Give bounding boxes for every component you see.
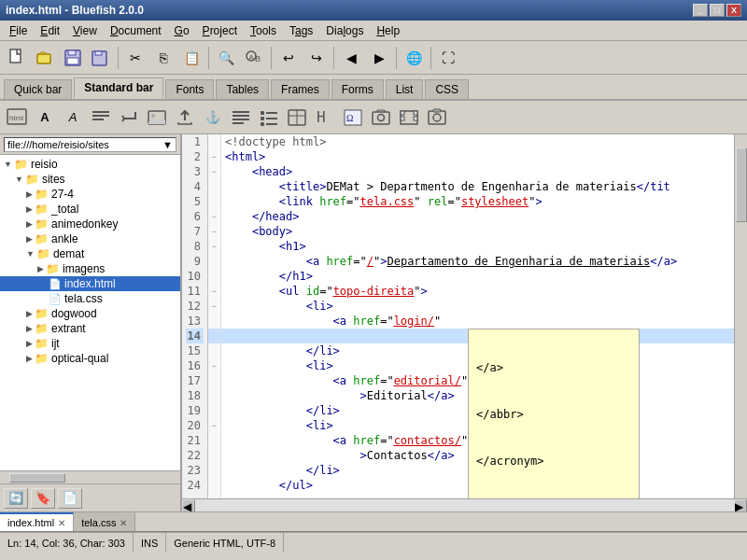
linenum-4: 4 [186,179,204,194]
save-button[interactable] [60,45,86,71]
tree-item-animedonkey[interactable]: ▶ 📁 animedonkey [0,217,180,231]
menu-tags[interactable]: Tags [284,22,318,39]
filetree-hscroll[interactable] [0,470,180,483]
special-char-btn[interactable]: Ω [340,105,366,131]
back-button[interactable]: ◀ [338,45,364,71]
menu-file[interactable]: File [4,22,33,39]
filetree-path[interactable]: file:///home/reisio/sites ▼ [4,137,176,152]
code-line-10: </h1> [221,269,734,284]
menu-go[interactable]: Go [169,22,195,39]
folder-icon-total: 📁 [35,203,49,216]
photo-btn[interactable] [368,105,394,131]
file-tab-index-close[interactable]: ✕ [58,518,65,528]
file-tab-tela-close[interactable]: ✕ [120,518,127,528]
tree-item-demat[interactable]: ▼ 📁 demat [0,246,180,261]
menu-tools[interactable]: Tools [245,22,282,39]
svg-rect-0 [10,49,21,63]
minimize-button[interactable]: _ [693,4,708,17]
editor-vscroll[interactable] [734,134,747,498]
tree-item-imagens[interactable]: ▶ 📁 imagens [0,261,180,276]
editor-hscroll[interactable]: ◀ ▶ [182,498,747,511]
linenum-1: 1 [186,134,204,149]
menu-help[interactable]: Help [371,22,405,39]
tab-quickbar[interactable]: Quick bar [4,79,72,99]
upload-btn[interactable] [172,105,198,131]
line-numbers: 1 2 3 4 5 6 7 8 9 10 11 12 13 14 15 16 1… [182,134,208,498]
tree-item-extrant[interactable]: ▶ 📁 extrant [0,321,180,336]
new-file-button[interactable] [4,45,30,71]
file-tab-index-html[interactable]: index.html ✕ [0,512,74,531]
tab-tables[interactable]: Tables [216,79,269,99]
menu-edit[interactable]: Edit [35,22,65,39]
tree-item-reisio[interactable]: ▼ 📁 reisio [0,157,180,172]
save-all-button[interactable] [88,45,114,71]
status-position: Ln: 14, Col: 36, Char: 303 [0,533,134,553]
tree-item-ijt[interactable]: ▶ 📁 ijt [0,336,180,351]
bold-btn[interactable]: A [32,105,58,131]
filetree-refresh-btn[interactable]: 🔄 [4,488,28,509]
filetree-dropdown-icon[interactable]: ▼ [162,139,173,150]
svg-rect-17 [233,111,249,113]
find-button[interactable]: 🔍 [213,45,239,71]
fullscreen-button[interactable]: ⛶ [435,45,461,71]
tab-forms[interactable]: Forms [331,79,384,99]
copy-button[interactable]: ⎘ [150,45,176,71]
open-file-button[interactable] [32,45,58,71]
tree-item-total[interactable]: ▶ 📁 _total [0,202,180,217]
menu-document[interactable]: Document [105,22,167,39]
tree-item-ankle[interactable]: ▶ 📁 ankle [0,231,180,246]
statusbar: Ln: 14, Col: 36, Char: 303 INS Generic H… [0,532,747,553]
filetree-body[interactable]: ▼ 📁 reisio ▼ 📁 sites ▶ 📁 27-4 ▶ [0,155,180,470]
main-area: file:///home/reisio/sites ▼ ▼ 📁 reisio ▼… [0,134,747,511]
svg-rect-6 [95,51,102,55]
undo-button[interactable]: ↩ [275,45,302,71]
titlebar-title: index.html - Bluefish 2.0.0 [6,4,144,17]
break-btn[interactable] [116,105,142,131]
code-btn[interactable]: H [312,105,338,131]
paragraph-btn[interactable] [88,105,114,131]
cut-button[interactable]: ✂ [122,45,148,71]
code-content[interactable]: <!doctype html> <html> <head> <title>DEM… [221,134,734,498]
tab-css[interactable]: CSS [425,79,469,99]
snap-btn[interactable] [424,105,450,131]
filetree-file-btn[interactable]: 📄 [58,488,82,509]
tree-item-sites[interactable]: ▼ 📁 sites [0,172,180,187]
anchor-btn[interactable]: ⚓ [200,105,226,131]
filetree-bookmark-btn[interactable]: 🔖 [31,488,55,509]
editor-body[interactable]: 1 2 3 4 5 6 7 8 9 10 11 12 13 14 15 16 1… [182,134,747,498]
tab-fonts[interactable]: Fonts [165,79,214,99]
tab-list[interactable]: List [386,79,424,99]
paste-button[interactable]: 📋 [178,45,204,71]
tree-item-dogwood[interactable]: ▶ 📁 dogwood [0,306,180,321]
tree-arrow-extrant: ▶ [26,324,33,333]
tab-frames[interactable]: Frames [271,79,330,99]
align-btn[interactable] [228,105,254,131]
tab-standardbar[interactable]: Standard bar [74,77,163,99]
italic-btn[interactable]: A [60,105,86,131]
file-tab-tela-css[interactable]: tela.css ✕ [74,512,135,531]
image-btn[interactable] [144,105,170,131]
menu-project[interactable]: Project [197,22,243,39]
tree-item-index-html[interactable]: 📄 index.html [0,276,180,291]
globe-button[interactable]: 🌐 [401,45,427,71]
svg-rect-24 [266,118,277,119]
menu-view[interactable]: View [67,22,103,39]
code-line-6: </head> [221,209,734,224]
maximize-button[interactable]: □ [710,4,725,17]
html-btn[interactable]: html [4,105,30,131]
table-btn[interactable] [284,105,310,131]
filetree-bottom-toolbar: 🔄 🔖 📄 [0,483,180,511]
linenum-16: 16 [186,358,204,373]
film-btn[interactable] [396,105,422,131]
list-btn[interactable] [256,105,282,131]
close-button[interactable]: X [726,4,741,17]
tree-item-optical-qual[interactable]: ▶ 📁 optical-qual [0,351,180,366]
tree-item-27-4[interactable]: ▶ 📁 27-4 [0,187,180,202]
forward-button[interactable]: ▶ [366,45,392,71]
folder-icon-ankle: 📁 [35,232,49,245]
menu-dialogs[interactable]: Dialogs [320,22,369,39]
tree-item-tela-css[interactable]: 📄 tela.css [0,291,180,306]
redo-button[interactable]: ↪ [303,45,330,71]
svg-rect-26 [266,123,277,125]
replace-button[interactable]: AB [241,45,267,71]
